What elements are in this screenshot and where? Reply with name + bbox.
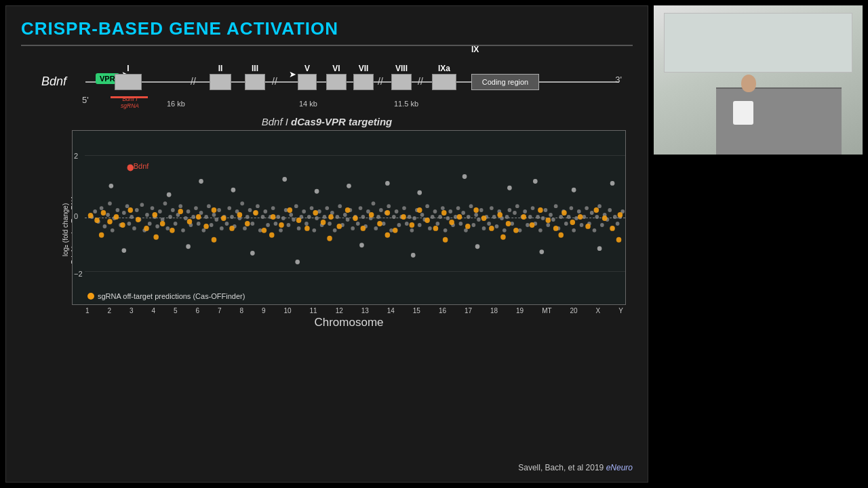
svg-point-45 bbox=[210, 223, 214, 227]
svg-point-86 bbox=[315, 216, 319, 220]
svg-point-43 bbox=[204, 215, 208, 219]
svg-point-93 bbox=[333, 228, 337, 232]
svg-point-150 bbox=[479, 208, 484, 212]
svg-point-94 bbox=[336, 215, 340, 219]
svg-point-141 bbox=[456, 206, 460, 210]
svg-point-90 bbox=[325, 206, 329, 210]
xnum-20: 20 bbox=[570, 307, 578, 314]
svg-point-121 bbox=[405, 222, 409, 226]
svg-point-211 bbox=[315, 189, 319, 194]
svg-point-267 bbox=[393, 228, 398, 233]
svg-point-59 bbox=[245, 215, 250, 219]
svg-point-169 bbox=[528, 215, 532, 219]
svg-point-18 bbox=[140, 203, 144, 207]
svg-point-251 bbox=[262, 228, 267, 233]
exon-vii-box: VII bbox=[353, 74, 374, 90]
svg-point-33 bbox=[178, 204, 182, 208]
svg-point-221 bbox=[186, 244, 191, 249]
svg-point-153 bbox=[487, 222, 491, 226]
svg-point-47 bbox=[214, 218, 218, 222]
svg-point-35 bbox=[184, 216, 188, 220]
svg-point-217 bbox=[533, 179, 538, 184]
svg-point-77 bbox=[292, 218, 296, 222]
svg-point-106 bbox=[366, 209, 370, 214]
svg-point-178 bbox=[551, 218, 555, 222]
svg-point-98 bbox=[346, 218, 350, 222]
exon-i-box: I bbox=[115, 74, 142, 90]
svg-point-9 bbox=[115, 208, 119, 212]
svg-point-295 bbox=[618, 212, 623, 218]
svg-point-271 bbox=[425, 218, 430, 223]
dist16kb: 16 kb bbox=[167, 100, 185, 108]
svg-point-151 bbox=[482, 226, 486, 230]
svg-point-183 bbox=[564, 222, 568, 226]
svg-point-131 bbox=[431, 215, 435, 219]
dist14kb: 14 kb bbox=[299, 100, 317, 108]
prime5-label: 5' bbox=[82, 95, 89, 105]
xnum-12: 12 bbox=[336, 307, 343, 314]
svg-point-298 bbox=[212, 237, 217, 243]
scatter-plot-svg bbox=[73, 131, 625, 304]
svg-point-170 bbox=[531, 206, 535, 210]
xnum-18: 18 bbox=[490, 307, 498, 314]
svg-point-6 bbox=[108, 201, 112, 205]
svg-point-12 bbox=[125, 204, 130, 208]
svg-point-142 bbox=[459, 222, 463, 226]
svg-point-58 bbox=[243, 226, 247, 230]
svg-point-148 bbox=[474, 213, 478, 217]
svg-point-65 bbox=[261, 215, 265, 219]
chart-container: log₂ (fold change)Bdnf I vs. LacZ sgRNA … bbox=[72, 130, 626, 329]
svg-point-126 bbox=[418, 223, 422, 227]
svg-point-285 bbox=[538, 207, 543, 213]
svg-point-225 bbox=[411, 253, 416, 258]
svg-point-52 bbox=[227, 206, 231, 210]
svg-point-235 bbox=[128, 207, 134, 213]
svg-point-156 bbox=[495, 224, 499, 228]
xnum-11: 11 bbox=[310, 307, 317, 314]
svg-point-5 bbox=[106, 213, 110, 217]
svg-point-278 bbox=[481, 216, 487, 221]
svg-point-81 bbox=[302, 209, 306, 214]
svg-point-224 bbox=[359, 243, 364, 247]
svg-point-303 bbox=[500, 235, 506, 240]
svg-point-25 bbox=[158, 209, 162, 214]
svg-point-89 bbox=[323, 215, 327, 219]
svg-point-284 bbox=[530, 222, 535, 228]
xnum-4: 4 bbox=[152, 307, 156, 314]
sgrna-label: Bdnf IsgRNA bbox=[108, 96, 152, 109]
svg-point-276 bbox=[465, 224, 471, 229]
svg-point-280 bbox=[497, 212, 502, 218]
svg-point-300 bbox=[327, 236, 332, 241]
coding-region-label: Coding region bbox=[482, 78, 529, 86]
svg-point-133 bbox=[435, 222, 439, 226]
svg-point-304 bbox=[558, 232, 564, 238]
svg-point-272 bbox=[433, 226, 439, 231]
svg-point-252 bbox=[271, 214, 276, 220]
svg-point-30 bbox=[171, 208, 175, 212]
svg-point-246 bbox=[221, 216, 226, 221]
svg-point-28 bbox=[165, 226, 170, 230]
svg-point-53 bbox=[230, 215, 234, 219]
svg-point-7 bbox=[111, 228, 115, 232]
xnum-2: 2 bbox=[108, 307, 112, 314]
svg-point-203 bbox=[616, 222, 620, 226]
svg-point-238 bbox=[153, 212, 158, 218]
svg-point-202 bbox=[613, 215, 617, 219]
svg-point-118 bbox=[397, 223, 401, 227]
svg-point-103 bbox=[359, 206, 363, 210]
svg-point-132 bbox=[433, 209, 437, 214]
svg-point-222 bbox=[250, 251, 255, 256]
break3: // bbox=[378, 76, 383, 87]
svg-point-186 bbox=[572, 228, 576, 232]
chart-title-rest: dCas9-VPR targeting bbox=[288, 116, 392, 127]
svg-point-266 bbox=[385, 210, 391, 216]
person-body bbox=[733, 101, 753, 125]
svg-point-243 bbox=[196, 214, 201, 220]
xnum-y: Y bbox=[618, 307, 623, 314]
svg-point-301 bbox=[385, 232, 391, 238]
svg-point-44 bbox=[207, 204, 211, 208]
svg-point-287 bbox=[553, 226, 559, 231]
exon-viii-box: VIII bbox=[391, 74, 412, 90]
svg-point-176 bbox=[546, 223, 550, 227]
svg-point-91 bbox=[328, 222, 332, 226]
